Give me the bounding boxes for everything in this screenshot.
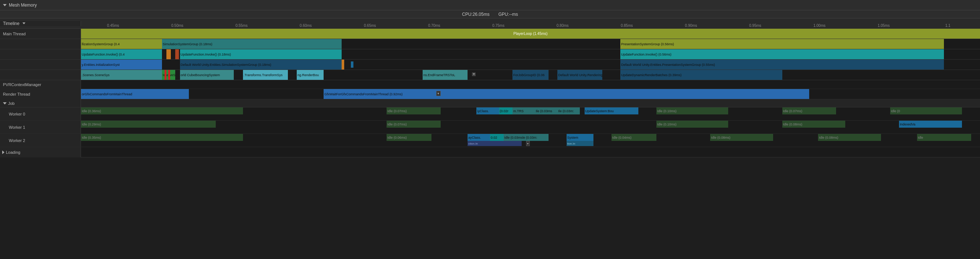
tick-13: 1.05ms <box>851 24 916 28</box>
worker2-idle-3[interactable]: Idle (0.04ms) <box>611 134 656 141</box>
dropdown-arrow-icon <box>22 22 25 24</box>
worker2-idle-1[interactable]: Idle (0.35ms) <box>81 134 243 141</box>
worker2-sub-blue-3[interactable]: tion.In <box>566 141 593 146</box>
endframe-label: ns.EndFrameTRSToL <box>423 73 455 77</box>
worker2-teal-1[interactable]: Idle (0.03msle (0.03m: <box>504 134 549 141</box>
cpu-label: CPU:26.05ms <box>462 12 490 17</box>
init-system-group-bar[interactable]: llizationSystemGroup (0.4 <box>81 39 162 49</box>
simulation-system-group-bar[interactable]: SimulationSystemGroup (0.18ms) <box>162 39 342 49</box>
worker0-idle-2[interactable]: Idle (0.07ms) <box>387 107 441 114</box>
for-job-group-bar[interactable]: ForJobGroupID (0.06 <box>512 70 549 80</box>
main-thread-label-row4 <box>0 70 81 80</box>
worker0-idle-4[interactable]: Idle (0.07ms) <box>782 107 837 114</box>
render-bou-label: ng.RenderBou <box>298 73 319 77</box>
loading-row: Loading <box>0 147 980 157</box>
mesh-memory-label: Mesh Memory <box>9 3 37 8</box>
red-mark-1 <box>165 70 166 80</box>
default-world-sim-label: Default World Unity.Entities.SimulationS… <box>181 63 271 67</box>
update-dynamic-label: UpdateDynamicRenderBatches (0.39ms) <box>621 73 681 77</box>
main-thread-row1: llizationSystemGroup (0.4 SimulationSyst… <box>0 39 980 49</box>
tick-1: 0.45ms <box>81 24 145 28</box>
playerloop-bar[interactable]: PlayerLoop (1.45ms) <box>81 29 980 39</box>
render-label: Render Thread <box>0 89 81 99</box>
timeline-dropdown[interactable]: Timeline <box>3 21 25 26</box>
worker1-idle-3[interactable]: Idle (0.10ms) <box>656 121 728 128</box>
worker2-blue-2[interactable]: System <box>566 134 593 141</box>
worker2-dropdown-icon: ▼ <box>526 141 530 146</box>
worker0-blue-2[interactable]: UpdateSystem:Bou <box>585 107 639 114</box>
main-thread-row2: UpdateFunction.Invoke() (0.4 UpdateFunct… <box>0 49 980 60</box>
main-thread-track-row4: .Scenes.SceneSys orld CubeBouncingSystem… <box>81 70 980 80</box>
worker1-idle-1[interactable]: Idle (0.29ms) <box>81 121 216 128</box>
worker2-sub-blue-2[interactable]: ction.In <box>468 141 522 146</box>
loading-track <box>81 147 980 157</box>
worker0-idle-3[interactable]: Idle (0.10ms) <box>656 107 728 114</box>
main-thread-row4: .Scenes.SceneSys orld CubeBouncingSystem… <box>0 70 980 80</box>
tick-mark-4 <box>351 62 353 67</box>
update-function-invoke-label3: UpdateFunction.Invoke() (0.56ms) <box>621 52 671 56</box>
tick-3: 0.55ms <box>210 24 274 28</box>
entities-init-bar[interactable]: y.Entities.InitializationSyst <box>81 60 162 70</box>
main-thread-label-row1 <box>0 39 81 49</box>
gfx-commands-bar1[interactable]: orGfxCommandsFromMainThread <box>81 89 189 99</box>
job-collapse-icon[interactable] <box>3 102 6 105</box>
worker2-idle-4[interactable]: Idle (0.08ms) <box>710 134 773 141</box>
worker1-row: Worker 1 Idle (0.29ms) Idle (0.07ms) Idl… <box>0 121 980 134</box>
tick-6: 0.70ms <box>402 24 466 28</box>
worker1-idle-4[interactable]: Idle (0.08ms) <box>782 121 845 128</box>
worker0-teal-1[interactable]: m.TRS <box>512 107 535 114</box>
default-world-sim-bar[interactable]: Default World Unity.Entities.SimulationS… <box>180 60 342 70</box>
transforms-bar[interactable]: .Transforms.TransformSys <box>243 70 288 80</box>
tick-12: 1.00ms <box>788 24 851 28</box>
worker0-track: Idle (0.36ms) Idle (0.07ms) iyClass. (0.… <box>81 107 980 120</box>
worker2-idle-2[interactable]: Idle (0.06ms) <box>387 134 431 141</box>
worker1-idle-2[interactable]: Idle (0.07ms) <box>387 121 441 128</box>
worker0-teal-3[interactable]: Ile (0.03m: <box>557 107 580 114</box>
job-label-text: Job <box>8 101 15 106</box>
default-world-pres-bar[interactable]: Default World Unity.Entities.Presentatio… <box>620 60 944 70</box>
endframe-bar[interactable]: ns.EndFrameTRSToL <box>423 70 468 80</box>
render-bou-bar[interactable]: ng.RenderBou <box>297 70 324 80</box>
update-function-invoke-bar1[interactable]: UpdateFunction.Invoke() (0.4 <box>81 49 162 59</box>
main-thread-label-row3 <box>0 60 81 70</box>
presentation-system-group-bar[interactable]: PresentationSystemGroup (0.56ms) <box>620 39 944 49</box>
worker2-idle-6[interactable]: Idle <box>917 134 971 141</box>
gfx-commands-bar2[interactable]: GfxWaitForGfxCommandsFromMainThread (0.9… <box>324 89 809 99</box>
cpu-gpu-bar: CPU:26.05ms GPU:--ms <box>0 10 980 18</box>
update-function-invoke-bar3[interactable]: UpdateFunction.Invoke() (0.56ms) <box>620 49 944 59</box>
worker0-teal-2[interactable]: Ile (0.03ms <box>535 107 557 114</box>
scenes-scene-bar[interactable]: .Scenes.SceneSys <box>81 70 162 80</box>
render-mesh-bar[interactable]: Default World Unity.Rendering.RenderMesh… <box>557 70 602 80</box>
update-dynamic-bar[interactable]: UpdateDynamicRenderBatches (0.39ms) <box>620 70 782 80</box>
worker2-orange-1[interactable]: 0.02 <box>490 134 504 141</box>
small-mark-2 <box>175 49 179 59</box>
worker0-blue-1[interactable]: iyClass. <box>476 107 499 114</box>
cube-bouncing-bar[interactable]: orld CubeBouncingSystem <box>180 70 234 80</box>
worker0-idle-5[interactable]: Idle (0 <box>890 107 962 114</box>
worker2-blue-1[interactable]: ayClass. <box>468 134 490 141</box>
loading-label-container: Loading <box>0 147 81 157</box>
tick-11: 0.95ms <box>723 24 787 28</box>
loading-collapse-icon[interactable] <box>2 151 5 154</box>
tick-7: 0.75ms <box>466 24 530 28</box>
worker0-orange-1[interactable]: (0.02r <box>499 107 513 114</box>
worker0-idle-1[interactable]: Idle (0.36ms) <box>81 107 243 114</box>
entities-init-label: y.Entities.InitializationSyst <box>82 63 120 67</box>
pvr-track <box>81 80 980 89</box>
main-content: Main Thread PlayerLoop (1.45ms) llizatio… <box>0 29 980 157</box>
worker2-idle-5[interactable]: Idle (0.08ms) <box>818 134 881 141</box>
pvr-row: PVRContextManager <box>0 80 980 89</box>
update-function-invoke-bar2[interactable]: UpdateFunction.Invoke() (0.18ms) <box>180 49 342 59</box>
worker0-row: Worker 0 Idle (0.36ms) Idle (0.07ms) iyC… <box>0 107 980 121</box>
presentation-system-group-label: PresentationSystemGroup (0.56ms) <box>621 42 674 46</box>
worker0-label: Worker 0 <box>0 107 81 120</box>
pvr-label: PVRContextManager <box>0 80 81 89</box>
track-dropdown-icon: ▼ <box>472 73 476 76</box>
worker1-blue-1[interactable]: IndexedVa <box>899 121 962 128</box>
cube-bouncing-label: orld CubeBouncingSystem <box>181 73 220 77</box>
main-thread-playerloop-row: Main Thread PlayerLoop (1.45ms) <box>0 29 980 39</box>
main-thread-track-row2: UpdateFunction.Invoke() (0.4 UpdateFunct… <box>81 49 980 59</box>
main-thread-row3: y.Entities.InitializationSyst Default Wo… <box>0 60 980 70</box>
update-function-invoke-label2: UpdateFunction.Invoke() (0.18ms) <box>181 52 231 56</box>
tick-14: 1.1 <box>916 24 980 28</box>
